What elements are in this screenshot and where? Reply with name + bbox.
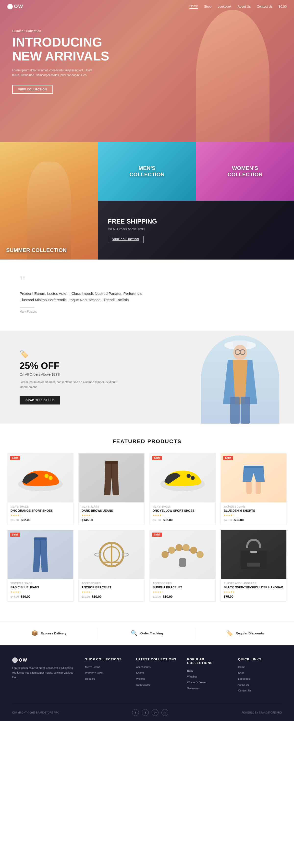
facebook-icon[interactable]: f [132,709,139,716]
nav-shop[interactable]: Shop [204,5,211,8]
footer-link[interactable]: Shorts [136,671,144,674]
svg-point-27 [161,551,169,558]
shipping-title: FREE SHIPPING [108,218,284,225]
price-old: $35.00 [153,519,161,522]
product-info: Men's Jeans DARK BROWN JEANS ★★★★☆ $145.… [79,502,144,525]
svg-point-15 [190,476,195,480]
promo-description: Lorem ipsum dolor sit amet, consectetur,… [20,380,122,389]
product-card[interactable]: Sale! Accessories BUDDHA BRACELET [149,530,215,601]
logo-icon [7,4,13,9]
price-new: $10.00 [163,595,173,598]
product-category: Accessories [153,582,212,585]
hero-subtitle: Summer Collection [12,29,109,33]
shorts-svg [227,458,280,498]
shipping-banner: FREE SHIPPING On All Orders Above $299 V… [98,201,294,259]
product-card[interactable]: Sale! Women's Jeans BASIC BLUE JEANS ★★★… [7,530,74,601]
shoe-yellow-svg [156,458,209,498]
featured-products-section: FEATURED PRODUCTS Sale! Men's Shoes DNK … [0,424,294,616]
svg-point-31 [190,547,197,554]
footer-link[interactable]: Wallets [136,677,145,680]
product-name: BLUE DENIM SHORTS [224,509,284,513]
summer-collection[interactable]: SUMMER COLLECTION [0,142,98,259]
svg-rect-6 [230,397,240,424]
product-info: Men's Shoes DNK YELLOW SPORT SHOES ★★★★☆… [150,502,215,525]
blue-jeans-svg [14,535,67,574]
product-image: Sale! [150,454,215,502]
footer-link[interactable]: Accessories [136,665,150,669]
svg-point-30 [182,544,189,551]
product-category: Purses And Handbags [224,582,284,585]
svg-rect-12 [105,461,118,464]
product-badge: Sale! [10,532,20,537]
site-footer: OW Lorem ipsum dolor sit amet, consectet… [0,645,294,721]
svg-point-28 [168,547,175,554]
svg-point-32 [197,551,204,558]
footer-logo-text: OW [19,658,27,663]
svg-rect-33 [179,558,186,567]
svg-point-10 [49,476,53,480]
promo-content: 🏷️ 25% OFF On All Orders Above $299! Lor… [20,350,122,404]
summer-bg [0,142,98,259]
linkedin-icon[interactable]: in [161,709,168,716]
promo-section: 🏷️ 25% OFF On All Orders Above $299! Lor… [0,331,294,424]
footer-link[interactable]: Belts [187,669,193,672]
shipping-cta-button[interactable]: VIEW COLLECTION [108,236,144,243]
footer-link[interactable]: Contact Us [238,689,252,692]
promo-figure [201,336,279,424]
handbag-svg [227,535,280,574]
cart-button[interactable]: $0.00 [278,5,287,8]
product-price: $35.00 $32.00 [153,518,212,522]
product-card[interactable]: Sale! Men's Shoes DNK YELLOW SPORT SHOES… [149,453,215,525]
product-badge: Sale! [10,456,20,460]
product-name: ANCHOR BRACELET [82,586,141,589]
mens-label: MEN'SCOLLECTION [129,165,165,178]
svg-rect-17 [256,480,261,494]
product-price: $45.00 $35.00 [224,518,284,522]
product-card[interactable]: Purses And Handbags BLACK OVER-THE-SHOUL… [220,530,287,601]
twitter-icon[interactable]: t [142,709,149,716]
product-card[interactable]: Accessories ANCHOR BRACELET ★★★★☆ $12.00… [79,530,145,601]
svg-rect-7 [241,397,250,424]
nav-lookbook[interactable]: Lookbook [217,5,231,8]
nav-home[interactable]: Home [189,4,198,9]
product-category: Men's Jeans [82,505,141,508]
footer-link[interactable]: Women's Tops [85,671,102,674]
product-name: BUDDHA BRACELET [153,586,212,589]
product-image [79,454,144,502]
product-category: Men's Shoes [153,505,212,508]
logo[interactable]: OW [7,4,23,9]
main-nav: Home Shop Lookbook About Us Contact Us $… [189,4,287,9]
nav-contact[interactable]: Contact Us [257,5,272,8]
hero-cta-button[interactable]: VIEW COLLECTION [12,85,53,94]
footer-link[interactable]: Men's Jeans [85,665,100,669]
hero-figure [196,10,269,142]
footer-link[interactable]: Lookbook [238,677,250,680]
hero-description: Lorem ipsum dolor sit amet, consectetur … [12,68,100,78]
footer-logo: OW [12,657,78,663]
jeans-svg [85,458,138,498]
promo-discount: 25% OFF [20,361,122,371]
product-info: Purses And Handbags BLACK OVER-THE-SHOUL… [221,579,286,601]
footer-link[interactable]: Women's Jeans [187,681,206,684]
product-category: Men's Shoes [10,505,70,508]
footer-link[interactable]: Shop [238,671,244,674]
footer-link[interactable]: Sunglasses [136,683,150,686]
product-card[interactable]: Men's Jeans DARK BROWN JEANS ★★★★☆ $145.… [79,453,145,525]
footer-latest-links: Accessories Shorts Wallets Sunglasses [136,665,180,686]
footer-top: OW Lorem ipsum dolor sit amet, consectet… [12,657,282,694]
footer-link[interactable]: Hoodies [85,677,95,680]
mens-collection[interactable]: MEN'SCOLLECTION [98,142,196,201]
summer-label: SUMMER COLLECTION [6,247,67,253]
footer-link[interactable]: Swimwear [187,687,200,690]
footer-link[interactable]: Watches [187,675,198,678]
footer-bottom: COPYRIGHT © 2020 BRANDSTORE PRO f t g+ i… [12,704,282,716]
footer-link[interactable]: Home [238,665,245,669]
womens-collection[interactable]: WOMEN'SCOLLECTION [196,142,294,201]
product-card[interactable]: Sale! Men's Shoes DNK ORANGE SPORT SHOES… [7,453,74,525]
promo-cta-button[interactable]: GRAB THIS OFFER [20,396,60,404]
product-card[interactable]: Sale! Women's Jeans BLUE DENIM SHORTS ★★… [220,453,287,525]
footer-link[interactable]: About Us [238,683,249,686]
product-stars: ★★★★☆ [153,591,212,593]
nav-about[interactable]: About Us [238,5,251,8]
googleplus-icon[interactable]: g+ [152,709,158,716]
